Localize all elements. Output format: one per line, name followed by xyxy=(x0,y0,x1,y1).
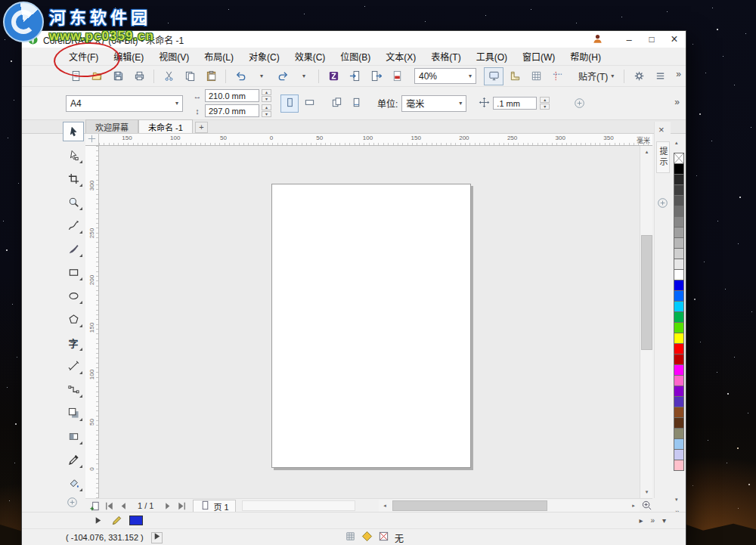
show-guidelines[interactable] xyxy=(547,67,567,85)
redo[interactable] xyxy=(273,67,293,85)
fullscreen-preview[interactable] xyxy=(484,67,503,85)
menu-view[interactable]: 视图(V) xyxy=(151,47,197,66)
nudge-distance-input[interactable]: .1 mm xyxy=(493,97,537,110)
color-eyedropper-tool[interactable] xyxy=(63,450,84,469)
ruler-origin-button[interactable] xyxy=(85,134,99,146)
shape-tool[interactable] xyxy=(63,145,84,165)
horizontal-scrollbar-thumb[interactable] xyxy=(392,500,547,511)
color-swatch[interactable] xyxy=(674,301,684,312)
height-step-up[interactable] xyxy=(262,104,271,110)
color-swatch[interactable] xyxy=(674,163,684,175)
minimize-button[interactable] xyxy=(618,31,640,48)
open-file[interactable] xyxy=(87,67,107,85)
application-launcher[interactable] xyxy=(324,67,343,85)
first-page-icon[interactable] xyxy=(103,500,116,512)
color-swatch[interactable] xyxy=(674,386,684,397)
snap-to-dropdown[interactable]: 贴齐(T) xyxy=(573,70,619,82)
publish-pdf[interactable] xyxy=(387,67,407,85)
transparency-tool[interactable] xyxy=(63,426,84,446)
print[interactable] xyxy=(129,67,149,85)
polygon-tool[interactable] xyxy=(63,309,84,329)
horizontal-scrollbar[interactable] xyxy=(379,500,640,512)
color-swatch[interactable] xyxy=(674,248,684,259)
fill-diamond-icon[interactable] xyxy=(361,531,373,544)
color-swatch[interactable] xyxy=(674,322,684,333)
current-page-button[interactable] xyxy=(347,94,365,113)
undo-dropdown-arrow[interactable]: ▾ xyxy=(252,67,271,85)
maximize-button[interactable] xyxy=(640,31,663,48)
export[interactable] xyxy=(366,67,386,85)
landscape-button[interactable] xyxy=(300,94,318,113)
interactive-fill-tool[interactable] xyxy=(63,473,84,493)
freehand-tool[interactable] xyxy=(63,215,84,235)
color-swatch[interactable] xyxy=(674,438,684,450)
tab-document[interactable]: 未命名 -1 xyxy=(138,119,193,133)
tab-welcome-screen[interactable]: 欢迎屏幕 xyxy=(85,119,138,133)
hints-docker-tab[interactable]: 提示 xyxy=(656,141,670,173)
vertical-ruler[interactable]: 300250200150100500 xyxy=(85,146,99,498)
outline-none-icon[interactable] xyxy=(378,531,389,544)
redo-dropdown-arrow[interactable]: ▾ xyxy=(294,67,314,85)
color-swatch[interactable] xyxy=(674,237,684,249)
portrait-button[interactable] xyxy=(280,94,299,113)
color-swatch[interactable] xyxy=(674,269,684,280)
color-swatch-none[interactable] xyxy=(674,153,684,164)
color-swatch[interactable] xyxy=(674,184,684,196)
save-file[interactable] xyxy=(108,67,128,85)
close-button[interactable] xyxy=(663,31,686,48)
menu-bitmaps[interactable]: 位图(B) xyxy=(333,47,378,66)
page-height-input[interactable]: 297.0 mm xyxy=(205,104,259,117)
color-swatch[interactable] xyxy=(674,343,684,355)
scroll-up-button[interactable] xyxy=(640,146,653,158)
customize-list[interactable] xyxy=(650,67,670,85)
vertical-scrollbar[interactable] xyxy=(640,146,652,498)
color-swatch[interactable] xyxy=(674,333,684,344)
docker-close-icon[interactable] xyxy=(658,125,665,135)
menu-help[interactable]: 帮助(H) xyxy=(562,47,609,66)
color-swatch[interactable] xyxy=(674,259,684,270)
options-gear[interactable] xyxy=(629,67,649,85)
menu-layout[interactable]: 布局(L) xyxy=(197,47,241,66)
page-tab[interactable]: 页 1 xyxy=(193,500,235,512)
palette-scroll-up[interactable] xyxy=(675,140,678,146)
palette-scroll-down[interactable] xyxy=(675,497,678,503)
color-swatch[interactable] xyxy=(674,227,684,238)
color-swatch[interactable] xyxy=(674,417,684,429)
horizontal-ruler[interactable]: 毫米 15010050050100150200250300350 xyxy=(99,134,652,146)
pick-tool[interactable] xyxy=(63,122,84,141)
copy[interactable] xyxy=(180,67,200,85)
parallel-dimension-tool[interactable] xyxy=(63,356,84,376)
page-width-input[interactable]: 210.0 mm xyxy=(205,89,259,102)
text-tool[interactable]: 字 xyxy=(63,333,84,352)
drop-shadow-tool[interactable] xyxy=(63,403,84,423)
rectangle-tool[interactable] xyxy=(63,262,84,282)
color-swatch[interactable] xyxy=(674,449,684,460)
scroll-left-button[interactable] xyxy=(379,500,391,512)
color-swatch[interactable] xyxy=(674,375,684,386)
width-step-down[interactable] xyxy=(262,96,271,102)
height-step-down[interactable] xyxy=(262,111,271,117)
color-swatch[interactable] xyxy=(674,290,684,302)
property-bar-overflow-button[interactable] xyxy=(674,97,680,107)
units-select[interactable]: 毫米 xyxy=(401,95,466,112)
plus-circle-icon[interactable] xyxy=(574,98,587,110)
undo[interactable] xyxy=(231,67,250,85)
color-swatch[interactable] xyxy=(674,364,684,376)
status-overflow-button[interactable] xyxy=(650,516,655,525)
menu-edit[interactable]: 编辑(E) xyxy=(106,47,151,66)
play-icon[interactable] xyxy=(91,515,104,527)
new-document[interactable] xyxy=(66,67,85,85)
document-page[interactable] xyxy=(271,184,471,468)
status-collapse-icon[interactable] xyxy=(662,516,666,525)
color-swatch[interactable] xyxy=(674,206,684,217)
menu-file[interactable]: 文件(F) xyxy=(61,47,106,66)
menu-tools[interactable]: 工具(O) xyxy=(469,47,515,66)
page-size-select[interactable]: A4 xyxy=(66,95,183,112)
coordinates-play-button[interactable] xyxy=(151,532,163,543)
last-page-icon[interactable] xyxy=(175,500,188,512)
color-swatch[interactable] xyxy=(674,311,684,323)
add-page-icon[interactable] xyxy=(88,500,101,512)
artistic-media-tool[interactable] xyxy=(63,239,84,259)
color-swatch[interactable] xyxy=(674,428,684,439)
crop-tool[interactable] xyxy=(63,169,84,188)
